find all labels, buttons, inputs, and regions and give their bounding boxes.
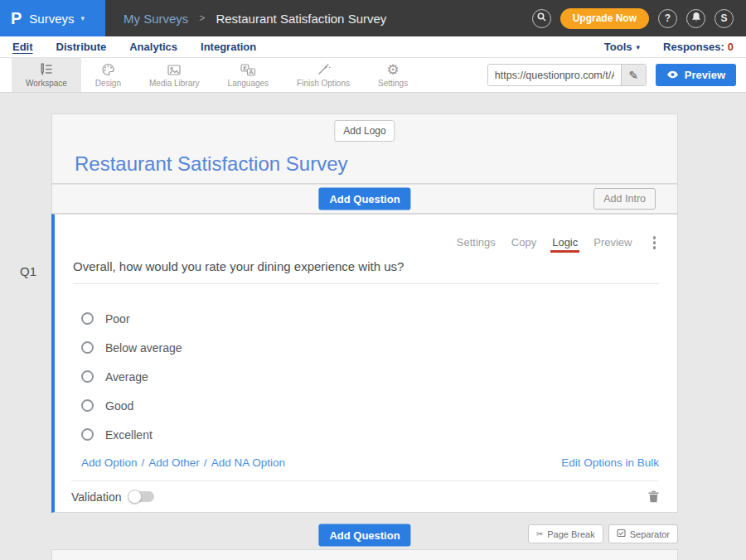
eye-icon — [666, 69, 679, 81]
question-settings-action[interactable]: Settings — [457, 236, 496, 249]
breadcrumb-current-survey: Restaurant Satisfaction Survey — [216, 12, 386, 26]
breadcrumb: My Surveys > Restaurant Satisfaction Sur… — [124, 12, 386, 26]
breadcrumb-my-surveys[interactable]: My Surveys — [124, 12, 188, 26]
product-switcher[interactable]: P Surveys ▾ — [0, 0, 105, 36]
help-icon: ? — [665, 12, 671, 24]
survey-url-group: ✎ — [487, 64, 647, 86]
product-name: Surveys — [29, 12, 74, 26]
survey-card: Add Logo Restaurant Satisfaction Survey … — [51, 113, 678, 513]
nav-tabs: Edit Distribute Analytics Integration — [12, 41, 256, 53]
toolbar-item-finish-options[interactable]: Finish Options — [283, 58, 364, 92]
add-other-link[interactable]: Add Other — [148, 456, 200, 469]
questionpro-logo-icon: P — [11, 9, 22, 28]
editor-toolbar: Workspace Design Media Library Languages… — [0, 58, 746, 93]
add-option-link[interactable]: Add Option — [81, 456, 138, 469]
tab-integration[interactable]: Integration — [201, 41, 256, 53]
validation-label: Validation — [71, 490, 121, 504]
trash-icon — [648, 490, 659, 503]
breadcrumb-separator-icon: > — [199, 12, 205, 24]
radio-button[interactable] — [81, 341, 94, 354]
option-row: Good — [81, 391, 659, 420]
radio-button[interactable] — [81, 399, 94, 412]
page-tools: ✂ Page Break Separator — [528, 524, 678, 543]
toolbar-item-design[interactable]: Design — [81, 58, 135, 92]
option-label[interactable]: Poor — [105, 312, 130, 326]
question-card: Settings Copy Logic Preview Overall, how… — [51, 214, 678, 513]
answer-options: Poor Below average Average Good Excellen… — [81, 304, 659, 449]
add-intro-button[interactable]: Add Intro — [593, 188, 656, 210]
search-icon — [537, 12, 546, 24]
header-actions: Upgrade Now ? S — [532, 8, 746, 29]
question-text[interactable]: Overall, how would you rate your dining … — [73, 259, 659, 284]
add-question-row-bottom: Add Question ✂ Page Break Separator — [51, 524, 678, 546]
nav-right: Tools ▾ Responses: 0 — [604, 41, 734, 53]
question-number-label: Q1 — [20, 264, 36, 278]
separator-icon — [617, 529, 626, 539]
survey-header-section: Add Logo Restaurant Satisfaction Survey — [51, 113, 678, 184]
edit-options-in-bulk-link[interactable]: Edit Options in Bulk — [561, 456, 659, 469]
translate-icon — [240, 63, 256, 77]
responses-count: 0 — [728, 41, 734, 53]
upgrade-now-button[interactable]: Upgrade Now — [560, 8, 649, 29]
tab-distribute[interactable]: Distribute — [56, 41, 107, 53]
edit-url-button[interactable]: ✎ — [621, 65, 646, 85]
user-avatar[interactable]: S — [715, 9, 734, 28]
option-row: Below average — [81, 333, 659, 362]
tools-label: Tools — [604, 41, 632, 53]
add-question-row-top: Add Question Add Intro — [51, 184, 678, 214]
more-options-icon[interactable] — [650, 234, 660, 251]
add-question-button-bottom[interactable]: Add Question — [318, 524, 410, 546]
next-section-strip — [51, 549, 678, 560]
validation-toggle[interactable] — [129, 491, 154, 502]
survey-editor-canvas: Q1 Add Logo Restaurant Satisfaction Surv… — [0, 93, 746, 560]
validation-row: Validation — [71, 480, 659, 512]
toolbar-right: ✎ Preview — [487, 58, 746, 92]
radio-button[interactable] — [81, 370, 94, 383]
question-actions: Settings Copy Logic Preview — [457, 234, 659, 251]
pencil-icon: ✎ — [628, 69, 638, 82]
toolbar-item-languages[interactable]: Languages — [214, 58, 283, 92]
preview-button[interactable]: Preview — [656, 64, 736, 86]
option-label[interactable]: Excellent — [105, 428, 153, 442]
top-header: P Surveys ▾ My Surveys > Restaurant Sati… — [0, 0, 746, 36]
chevron-down-icon: ▾ — [637, 43, 641, 51]
bell-icon — [691, 12, 701, 25]
radio-button[interactable] — [81, 312, 94, 325]
option-label[interactable]: Good — [105, 399, 133, 413]
add-na-option-link[interactable]: Add NA Option — [211, 456, 285, 469]
help-button[interactable]: ? — [658, 9, 677, 28]
option-row: Average — [81, 362, 659, 391]
responses-counter[interactable]: Responses: 0 — [663, 41, 734, 53]
option-label[interactable]: Average — [105, 370, 148, 384]
question-copy-action[interactable]: Copy — [511, 236, 536, 249]
page-break-icon: ✂ — [536, 529, 543, 538]
tab-edit[interactable]: Edit — [12, 41, 33, 53]
palette-icon — [101, 63, 115, 77]
search-button[interactable] — [532, 9, 551, 28]
option-row: Excellent — [81, 420, 659, 449]
toolbar-item-settings[interactable]: ⚙ Settings — [364, 58, 422, 92]
page-break-button[interactable]: ✂ Page Break — [528, 524, 603, 543]
delete-question-button[interactable] — [648, 490, 659, 503]
question-logic-action[interactable]: Logic — [552, 236, 578, 249]
add-logo-button[interactable]: Add Logo — [334, 120, 395, 142]
image-icon — [167, 63, 182, 77]
tab-analytics[interactable]: Analytics — [129, 41, 177, 53]
question-preview-action[interactable]: Preview — [593, 236, 632, 249]
notifications-button[interactable] — [686, 9, 705, 28]
survey-url-input[interactable] — [488, 65, 621, 85]
survey-nav: Edit Distribute Analytics Integration To… — [0, 36, 746, 58]
toolbar-item-workspace[interactable]: Workspace — [12, 58, 81, 92]
option-label[interactable]: Below average — [105, 341, 182, 355]
tools-menu[interactable]: Tools ▾ — [604, 41, 640, 53]
option-links-row: Add Option / Add Other / Add NA Option E… — [81, 456, 659, 469]
add-question-button-top[interactable]: Add Question — [318, 188, 410, 210]
toolbar-item-media-library[interactable]: Media Library — [135, 58, 214, 92]
survey-title[interactable]: Restaurant Satisfaction Survey — [75, 152, 348, 176]
chevron-down-icon: ▾ — [81, 14, 85, 22]
separator-button[interactable]: Separator — [608, 524, 678, 543]
magic-wand-icon — [317, 63, 331, 77]
option-row: Poor — [81, 304, 659, 333]
radio-button[interactable] — [81, 428, 94, 441]
gear-icon: ⚙ — [386, 63, 399, 77]
